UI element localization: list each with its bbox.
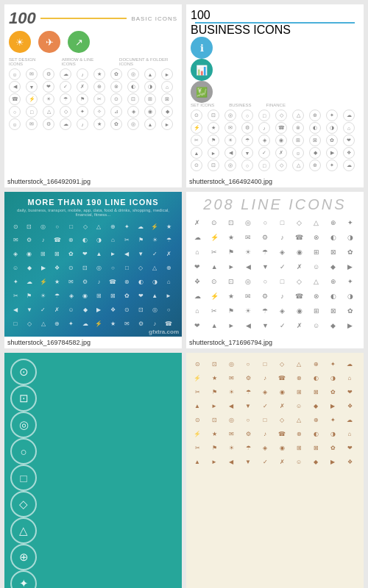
bsg-12: ★ — [208, 122, 219, 134]
wg-29: ✿ — [66, 249, 77, 259]
sg-14: ✓ — [60, 81, 71, 93]
item-circle-icons[interactable]: ⊙ ⊡ ◎ ○ □ ◇ △ ⊕ ✦ ☁ ⚡ ★ ✉ ⚙ ♪ ☎ ⊗ ◐ ◑ ⌂ — [4, 353, 182, 588]
og-48: △ — [310, 275, 323, 288]
wg-31: ▲ — [93, 249, 104, 259]
wg-66: ◉ — [80, 290, 91, 301]
sg-26: ✂ — [93, 93, 105, 105]
bgic-68: ⊠ — [309, 441, 322, 454]
wg-72: ► — [163, 290, 174, 301]
wg-4: ○ — [52, 221, 63, 232]
og-11: ☁ — [191, 231, 204, 244]
og-77: ✗ — [293, 319, 306, 332]
og-75: ▼ — [258, 319, 272, 332]
bsg-16: ☎ — [275, 122, 287, 134]
item-208-icons[interactable]: 208 LINE ICONS ✗ ⊙ ⊡ ◎ ○ □ ◇ △ ⊕ ✦ ☁ ⚡ ★… — [186, 192, 364, 348]
bgic-53: ✉ — [224, 427, 238, 440]
bgic-12: ★ — [208, 371, 221, 384]
og-14: ✉ — [241, 231, 255, 244]
bsg-3: ◎ — [224, 110, 236, 121]
og-10: ✦ — [344, 216, 357, 229]
og-76: ✓ — [276, 319, 289, 332]
og-39: ◆ — [327, 260, 340, 273]
item-basic-icons[interactable]: 100 BASIC ICONS ☀ ✈ ↗ SET DESIGN ICONS A… — [4, 4, 182, 187]
sg-49: ▲ — [144, 118, 156, 130]
og-24: ☀ — [241, 245, 255, 259]
wg-13: ✉ — [10, 235, 21, 245]
sg-29: ⊞ — [144, 93, 156, 105]
wg-60: ⌂ — [163, 277, 174, 287]
og-32: ▲ — [208, 260, 221, 273]
bgic-76: ✗ — [275, 455, 289, 468]
bgic-45: □ — [258, 413, 272, 426]
og-9: ⊕ — [327, 216, 340, 229]
og-65: ☂ — [258, 304, 272, 318]
image-grid: 100 BASIC ICONS ☀ ✈ ↗ SET DESIGN ICONS A… — [0, 0, 368, 588]
bgic-4: ○ — [241, 357, 255, 370]
og-37: ✗ — [293, 260, 306, 273]
wg-67: ⊞ — [93, 290, 104, 301]
wg-39: ▶ — [38, 263, 49, 273]
bsg-8: ⊕ — [309, 110, 321, 121]
wg-34: ▼ — [135, 249, 146, 259]
wg-56: ☎ — [107, 277, 118, 287]
bsg-37: ☺ — [292, 147, 304, 159]
sg-27: ⊙ — [110, 93, 122, 105]
bgic-25: ◈ — [258, 385, 272, 398]
wg-57: ⊗ — [121, 277, 132, 287]
og-20: ◑ — [344, 231, 357, 244]
cg-8: ⊕ — [10, 544, 37, 570]
bgic-24: ☂ — [241, 385, 255, 398]
wg-64: ☂ — [52, 290, 63, 301]
featured-icons-business: ℹ 📊 💹 — [191, 37, 359, 103]
bsg-46: ◇ — [275, 159, 287, 171]
bgic-51: ⚡ — [191, 427, 204, 440]
bsg-23: ☀ — [224, 135, 236, 146]
wg-3: ◎ — [38, 221, 49, 232]
image-circle-icons: ⊙ ⊡ ◎ ○ □ ◇ △ ⊕ ✦ ☁ ⚡ ★ ✉ ⚙ ♪ ☎ ⊗ ◐ ◑ ⌂ — [4, 353, 182, 588]
bgic-70: ❤ — [343, 441, 356, 454]
og-1: ✗ — [191, 216, 204, 229]
wg-37: ☺ — [10, 263, 21, 273]
og-67: ◉ — [293, 304, 306, 318]
wg-23: ☀ — [149, 235, 160, 245]
wg-35: ✓ — [149, 249, 160, 259]
og-27: ◉ — [293, 245, 306, 259]
bgic-40: ❖ — [343, 399, 356, 412]
wg-42: ⊡ — [80, 263, 91, 273]
wg-5: □ — [66, 221, 77, 232]
bgic-7: △ — [292, 357, 305, 370]
bgic-55: ♪ — [258, 427, 272, 440]
bgic-14: ⚙ — [241, 371, 255, 384]
wg-70: ❤ — [135, 290, 146, 301]
wg-88: ⊕ — [52, 318, 63, 329]
sg-37: ⊿ — [110, 106, 122, 118]
bsg-14: ⚙ — [241, 122, 253, 134]
sg-7: ✿ — [110, 68, 122, 80]
og-33: ► — [224, 260, 238, 273]
sg-36: ✧ — [93, 106, 105, 118]
bgic-72: ► — [208, 455, 221, 468]
og-18: ⊗ — [310, 231, 323, 244]
item-business-icons[interactable]: 100 BUSINESS ICONS ℹ 📊 💹 SET ICONS BUSIN… — [186, 4, 364, 187]
icon-grid-line: ⊙ ⊡ ◎ ○ □ ◇ △ ⊕ ✦ ☁ ⚡ ★ ✉ ⚙ ♪ ☎ ⊗ ◐ ◑ ⌂ — [10, 221, 176, 331]
bsg-7: △ — [292, 110, 304, 121]
og-62: ✂ — [208, 304, 221, 318]
og-40: ▶ — [344, 260, 357, 273]
sg-20: ⌂ — [161, 81, 173, 93]
og-45: ○ — [258, 275, 272, 288]
item-400-icons[interactable]: ⊙ ⊡ ◎ ○ □ ◇ △ ⊕ ✦ ☁ ⚡ ★ ✉ ⚙ ♪ ☎ ⊗ ◐ ◑ ⌂ — [186, 353, 364, 588]
wg-30: ❤ — [80, 249, 91, 259]
bgic-21: ✂ — [191, 385, 204, 398]
item-line-icons[interactable]: MORE THAN 190 LINE ICONS daily, business… — [4, 192, 182, 348]
bgic-35: ✓ — [258, 399, 272, 412]
og-3: ⊡ — [224, 216, 238, 229]
bgic-5: □ — [258, 357, 272, 370]
wg-87: △ — [38, 318, 49, 329]
bsg-50: ☁ — [343, 159, 355, 171]
sg-35: ✦ — [77, 106, 88, 118]
filename-business: shutterstock_166492400.jpg — [186, 176, 364, 187]
bsg-30: ❤ — [343, 135, 355, 146]
og-80: ▶ — [344, 319, 357, 332]
bgic-69: ✿ — [326, 441, 339, 454]
bgic-31: ▲ — [191, 399, 204, 412]
